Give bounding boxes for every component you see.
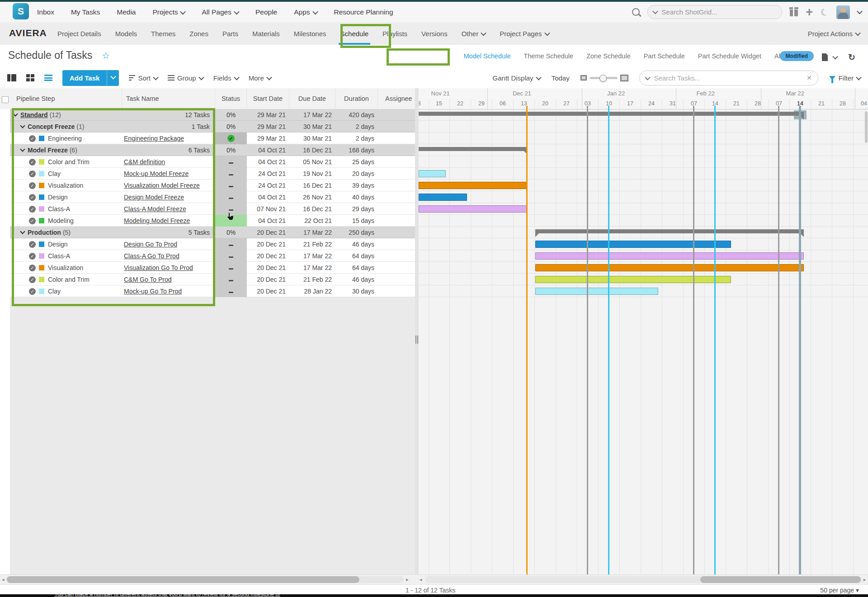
add-task-button[interactable]: Add Task: [62, 70, 119, 86]
table-scrollbar-thumb[interactable]: [7, 576, 359, 583]
fields-button[interactable]: Fields: [213, 74, 239, 82]
table-row[interactable]: ✓DesignDesign Go To Prod20 Dec 2121 Feb …: [10, 238, 415, 250]
status-cell[interactable]: 0%: [215, 121, 247, 133]
top-nav-item-all-pages[interactable]: All Pages: [202, 8, 238, 16]
project-tab-schedule[interactable]: Schedule: [340, 22, 369, 45]
global-search-input[interactable]: Search ShotGrid...: [647, 5, 782, 19]
task-name-link[interactable]: Class-A Go To Prod: [124, 252, 179, 260]
zoom-in-image-icon[interactable]: [620, 75, 628, 81]
table-row-group[interactable]: Standard(12)12 Tasks0%29 Mar 2117 Mar 22…: [10, 109, 415, 121]
zoom-slider-track[interactable]: [590, 77, 618, 79]
gantt-task-bar[interactable]: [535, 264, 804, 271]
task-name-link[interactable]: C&M definition: [124, 158, 165, 166]
top-nav-item-media[interactable]: Media: [117, 8, 136, 16]
project-tab-themes[interactable]: Themes: [151, 22, 175, 45]
list-view-icon[interactable]: [44, 74, 52, 82]
subtab-zone-schedule[interactable]: Zone Schedule: [586, 52, 631, 60]
task-name-link[interactable]: Visualization Model Freeze: [124, 182, 200, 189]
status-cell[interactable]: [215, 262, 247, 274]
more-button[interactable]: More: [249, 74, 271, 82]
subtab-theme-schedule[interactable]: Theme Schedule: [524, 52, 574, 60]
top-nav-item-projects[interactable]: Projects: [152, 8, 185, 16]
clear-search-icon[interactable]: ✕: [807, 74, 812, 81]
gantt-summary-bar[interactable]: [535, 229, 804, 233]
table-row[interactable]: ✓Class-AClass-A Model Freeze07 Nov 2116 …: [10, 203, 415, 215]
filter-button[interactable]: Filter: [829, 74, 861, 82]
avatar[interactable]: [836, 5, 850, 19]
top-nav-item-apps[interactable]: Apps: [294, 8, 317, 16]
table-row[interactable]: ✓ModelingModeling Model Freeze04 Oct 212…: [10, 215, 415, 227]
column-header-start-date[interactable]: Start Date: [247, 88, 289, 109]
project-tab-project-pages[interactable]: Project Pages: [500, 22, 549, 45]
splitter-handle[interactable]: [415, 336, 418, 344]
gantt-task-bar[interactable]: [419, 170, 446, 177]
gantt-task-bar[interactable]: [419, 205, 528, 213]
task-name-link[interactable]: Design Go To Prod: [124, 241, 177, 248]
group-button[interactable]: Group: [168, 74, 203, 82]
table-row-group[interactable]: Production(5)5 Tasks0%20 Dec 2117 Mar 22…: [10, 227, 415, 238]
gantt-task-bar[interactable]: [535, 288, 658, 295]
today-button[interactable]: Today: [552, 74, 570, 82]
collapse-chevron-icon[interactable]: [20, 123, 25, 128]
subtab-part-schedule[interactable]: Part Schedule: [644, 52, 685, 60]
shotgrid-logo[interactable]: S: [13, 3, 29, 19]
status-cell[interactable]: [215, 238, 247, 250]
thumbnail-grid-icon[interactable]: [26, 74, 34, 81]
project-tab-models[interactable]: Models: [115, 22, 137, 45]
project-tab-zones[interactable]: Zones: [189, 22, 208, 45]
select-all-checkbox[interactable]: [2, 96, 9, 103]
add-icon[interactable]: +: [806, 8, 813, 17]
gantt-scroll-right-icon[interactable]: ▸: [863, 577, 866, 583]
task-name-link[interactable]: Mock-up Model Freeze: [124, 170, 189, 177]
status-cell[interactable]: [215, 168, 247, 180]
chevron-down-icon[interactable]: [857, 9, 863, 14]
status-cell[interactable]: ✓: [215, 133, 247, 144]
collapse-chevron-icon[interactable]: [13, 111, 18, 116]
column-header-assignee[interactable]: Assignee: [378, 88, 415, 109]
table-row[interactable]: ✓ClayMock-up Model Freeze24 Oct 2119 Nov…: [10, 168, 415, 180]
table-row-group[interactable]: Model Freeze(6)6 Tasks0%04 Oct 2116 Dec …: [10, 144, 415, 156]
task-name-link[interactable]: Class-A Model Freeze: [124, 205, 186, 213]
gantt-scrollbar-thumb[interactable]: [700, 576, 861, 583]
gantt-task-bar[interactable]: [419, 182, 528, 189]
project-tab-parts[interactable]: Parts: [222, 22, 238, 45]
gantt-vertical-scrollbar[interactable]: [865, 111, 868, 143]
project-tab-project-details[interactable]: Project Details: [57, 22, 101, 45]
table-row[interactable]: ✓Color and TrimC&M definition04 Oct 2105…: [10, 156, 415, 168]
refresh-icon[interactable]: ↻: [848, 52, 855, 62]
top-nav-item-my-tasks[interactable]: My Tasks: [71, 8, 100, 16]
project-tab-versions[interactable]: Versions: [421, 22, 448, 45]
column-header-duration[interactable]: Duration: [335, 88, 378, 109]
column-header-pipeline-step[interactable]: Pipeline Step: [10, 88, 122, 109]
dark-mode-icon[interactable]: ☾: [819, 5, 830, 18]
collapse-chevron-icon[interactable]: [20, 229, 25, 234]
zoom-slider-thumb[interactable]: [599, 75, 607, 82]
chevron-down-icon[interactable]: [652, 9, 658, 14]
task-name-link[interactable]: Engineering Package: [124, 135, 184, 142]
top-nav-item-people[interactable]: People: [255, 8, 277, 16]
table-row[interactable]: ✓VisualizationVisualization Go To Prod20…: [10, 262, 415, 274]
status-cell[interactable]: [215, 285, 247, 297]
task-name-link[interactable]: Modeling Model Freeze: [124, 217, 190, 224]
page-file-icon[interactable]: [822, 53, 828, 61]
gift-icon[interactable]: [790, 9, 798, 16]
subtab-part-schedule-widget[interactable]: Part Schedule Widget: [698, 52, 761, 60]
gantt-task-bar[interactable]: [535, 276, 731, 283]
gantt-summary-bar[interactable]: [419, 147, 528, 151]
chevron-down-icon[interactable]: [645, 74, 651, 80]
collapse-chevron-icon[interactable]: [20, 147, 25, 152]
gantt-task-bar[interactable]: [535, 252, 804, 260]
column-header-task-name[interactable]: Task Name: [122, 88, 215, 109]
scroll-left-icon[interactable]: ◂: [2, 577, 5, 583]
gantt-task-bar[interactable]: [419, 194, 467, 201]
favorite-star-icon[interactable]: ☆: [102, 50, 110, 61]
modified-badge[interactable]: Modified: [780, 51, 814, 61]
table-row[interactable]: ✓Class-AClass-A Go To Prod20 Dec 2117 Ma…: [10, 250, 415, 262]
table-row[interactable]: ✓DesignDesign Model Freeze04 Oct 2126 No…: [10, 191, 415, 203]
add-task-label[interactable]: Add Task: [62, 70, 107, 86]
scroll-right-icon[interactable]: ▸: [406, 577, 409, 583]
gantt-task-bar[interactable]: [535, 241, 731, 248]
project-tab-materials[interactable]: Materials: [252, 22, 280, 45]
status-cell[interactable]: 0%: [215, 109, 247, 121]
project-tab-playlists[interactable]: Playlists: [382, 22, 407, 45]
